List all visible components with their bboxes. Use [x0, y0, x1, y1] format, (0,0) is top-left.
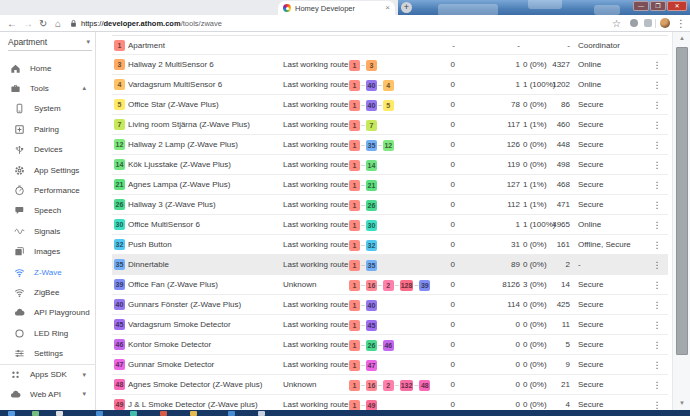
reload-icon[interactable]: ↻	[39, 16, 47, 31]
node-badge-12: 12	[114, 139, 125, 150]
sidebar-item-system[interactable]: System	[0, 99, 96, 119]
row-menu-icon[interactable]: ⋮	[650, 255, 664, 275]
row-menu-icon[interactable]: ⋮	[650, 155, 664, 175]
row-menu-icon[interactable]: ⋮	[650, 195, 664, 215]
taskbar-app-icon[interactable]	[130, 411, 137, 416]
frame-glow	[594, 5, 620, 15]
node-badge-12: 12	[383, 140, 394, 151]
homey-selector[interactable]: Apartment ▾	[8, 34, 92, 51]
zwave-node-row-1[interactable]: 1Apartment---Coordinator	[112, 35, 668, 55]
sidebar-item-led-ring[interactable]: LED Ring	[0, 323, 96, 343]
sidebar-item-home[interactable]: Home	[0, 58, 96, 78]
zwave-node-row-3[interactable]: 3Hallway 2 MultiSensor 6Last working rou…	[112, 55, 668, 75]
taskbar-app-icon[interactable]	[8, 411, 15, 416]
node-name: Office MultiSensor 6	[128, 215, 280, 235]
sidebar-item-api-playground[interactable]: API Playground	[0, 303, 96, 323]
row-menu-icon[interactable]: ⋮	[650, 335, 664, 355]
home-nav-icon[interactable]: ⌂	[55, 16, 61, 31]
row-menu-icon[interactable]: ⋮	[650, 175, 664, 195]
row-menu-icon[interactable]: ⋮	[650, 135, 664, 155]
zwave-node-row-47[interactable]: 47Gunnar Smoke DetectorLast working rout…	[112, 355, 668, 375]
zwave-node-row-12[interactable]: 12Hallway 2 Lamp (Z-Wave Plus)Last worki…	[112, 135, 668, 155]
sidebar-item-devices[interactable]: Devices	[0, 140, 96, 160]
row-menu-icon[interactable]: ⋮	[650, 295, 664, 315]
maximize-button[interactable]: ❐	[650, 1, 666, 11]
node-id-cell: 5	[114, 95, 125, 115]
row-menu-icon[interactable]: ⋮	[650, 355, 664, 375]
row-menu-icon[interactable]: ⋮	[650, 375, 664, 395]
sidebar-item-zigbee[interactable]: ZigBee	[0, 282, 96, 302]
zwave-node-row-4[interactable]: 4Vardagsrum MultiSensor 6Last working ro…	[112, 75, 668, 95]
zwave-node-row-5[interactable]: 5Office Star (Z-Wave Plus)Last working r…	[112, 95, 668, 115]
route-arrow-icon: –	[395, 381, 399, 388]
sidebar-item-pairing[interactable]: Pairing	[0, 119, 96, 139]
row-menu-icon[interactable]: ⋮	[650, 115, 664, 135]
taskbar-app-icon[interactable]	[190, 411, 197, 416]
zwave-node-row-30[interactable]: 30Office MultiSensor 6Last working route…	[112, 215, 668, 235]
zwave-node-row-46[interactable]: 46Kontor Smoke DetectorLast working rout…	[112, 335, 668, 355]
zwave-node-row-7[interactable]: 7Living room Stjärna (Z-Wave Plus)Last w…	[112, 115, 668, 135]
bookmark-star-icon[interactable]: ☆	[612, 16, 621, 31]
sidebar-item-settings[interactable]: Settings	[0, 344, 96, 364]
zwave-node-row-48[interactable]: 48Agnes Smoke Detector (Z-Wave plus)Unkn…	[112, 375, 668, 395]
address-bar[interactable]: https://developer.athom.com/tools/zwave	[70, 17, 600, 30]
sidebar-item-signals[interactable]: Signals	[0, 221, 96, 241]
sidebar-item-app-settings[interactable]: App Settings	[0, 160, 96, 180]
zwave-node-row-39[interactable]: 39Office Fan (Z-Wave Plus)Unknown1–16–2–…	[112, 275, 668, 295]
page-scrollbar[interactable]: ▲ ▼	[672, 32, 690, 410]
zwave-node-row-32[interactable]: 32Push ButtonLast working route1–320310 …	[112, 235, 668, 255]
packets-value: -	[468, 36, 520, 56]
row-menu-icon[interactable]: ⋮	[650, 215, 664, 235]
row-menu-icon[interactable]: ⋮	[650, 75, 664, 95]
row-menu-icon[interactable]: ⋮	[650, 235, 664, 255]
tab-close-icon[interactable]: ×	[385, 4, 390, 12]
back-icon[interactable]: ←	[7, 16, 17, 31]
sidebar-item-performance[interactable]: Performance	[0, 180, 96, 200]
row-menu-icon[interactable]: ⋮	[650, 315, 664, 335]
errors-value: 0	[427, 75, 455, 95]
node-name: Gunnar Smoke Detector	[128, 355, 280, 375]
taskbar-app-icon[interactable]	[96, 411, 103, 416]
zwave-node-row-14[interactable]: 14Kök Ljusstake (Z-Wave Plus)Last workin…	[112, 155, 668, 175]
close-button[interactable]: ✕	[667, 1, 687, 11]
zwave-node-row-26[interactable]: 26Hallway 3 (Z-Wave Plus)Last working ro…	[112, 195, 668, 215]
row-menu-icon[interactable]: ⋮	[650, 95, 664, 115]
node-id-cell: 21	[114, 175, 125, 195]
row-menu-icon[interactable]: ⋮	[650, 55, 664, 75]
taskbar-app-icon[interactable]	[32, 411, 39, 416]
node-badge-7: 7	[114, 119, 125, 130]
api-playground-icon	[14, 307, 25, 318]
zwave-node-row-21[interactable]: 21Agnes Lampa (Z-Wave Plus)Last working …	[112, 175, 668, 195]
sidebar-item-speech[interactable]: Speech	[0, 201, 96, 221]
sidebar-item-images[interactable]: Images	[0, 242, 96, 262]
zwave-node-row-45[interactable]: 45Vardagsrum Smoke DetectorLast working …	[112, 315, 668, 335]
sidebar-item-tools[interactable]: Tools▴	[0, 78, 96, 98]
node-badge-1: 1	[349, 220, 360, 231]
count-value: 2	[526, 255, 570, 275]
extension-icon[interactable]	[643, 18, 653, 28]
sidebar-item-web-api[interactable]: Web API▾	[0, 384, 96, 404]
minimize-button[interactable]: —	[633, 1, 649, 11]
node-badge-132: 132	[400, 380, 414, 391]
browser-tab[interactable]: Homey Developer ×	[278, 1, 395, 15]
scrollbar-thumb[interactable]	[676, 47, 688, 355]
taskbar-app-icon[interactable]	[228, 411, 235, 416]
taskbar-app-icon[interactable]	[160, 411, 167, 416]
pairing-icon	[14, 124, 25, 135]
zwave-node-row-40[interactable]: 40Gunnars Fönster (Z-Wave Plus)Last work…	[112, 295, 668, 315]
extension-icon[interactable]	[629, 18, 639, 28]
new-tab-button[interactable]: +	[401, 2, 412, 13]
forward-icon[interactable]: →	[23, 16, 33, 31]
node-badge-128: 128	[400, 280, 414, 291]
row-menu-icon[interactable]: ⋮	[650, 275, 664, 295]
sidebar-item-apps-sdk[interactable]: Apps SDK▾	[0, 364, 96, 384]
taskbar-app-icon[interactable]	[56, 411, 63, 416]
zwave-node-row-35[interactable]: 35DinnertableLast working route1–350890 …	[112, 255, 668, 275]
scroll-down-icon[interactable]: ▼	[673, 397, 690, 410]
taskbar-app-icon[interactable]	[258, 411, 265, 416]
windows-taskbar[interactable]	[0, 410, 690, 416]
scroll-up-icon[interactable]: ▲	[673, 32, 690, 45]
sidebar-item-z-wave[interactable]: Z-Wave	[0, 262, 96, 282]
profile-avatar[interactable]	[660, 18, 670, 28]
browser-menu-icon[interactable]: ⋮	[676, 16, 686, 31]
